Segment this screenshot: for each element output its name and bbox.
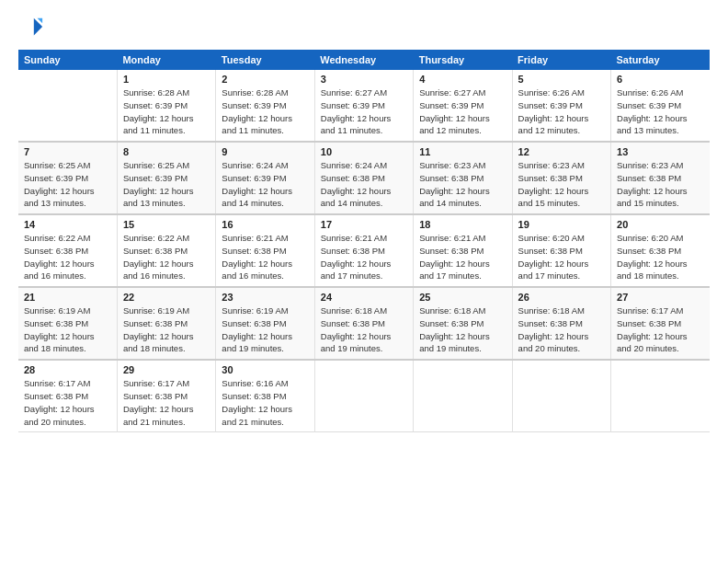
day-detail: Sunrise: 6:27 AMSunset: 6:39 PMDaylight:… bbox=[321, 86, 407, 137]
calendar-cell: 20Sunrise: 6:20 AMSunset: 6:38 PMDayligh… bbox=[611, 214, 710, 287]
col-header-monday: Monday bbox=[117, 50, 215, 70]
calendar-cell: 25Sunrise: 6:18 AMSunset: 6:38 PMDayligh… bbox=[414, 287, 512, 360]
day-detail: Sunrise: 6:27 AMSunset: 6:39 PMDaylight:… bbox=[419, 86, 506, 137]
calendar-cell: 22Sunrise: 6:19 AMSunset: 6:38 PMDayligh… bbox=[117, 287, 215, 360]
calendar-cell bbox=[314, 360, 413, 432]
day-number: 5 bbox=[518, 74, 605, 85]
week-row-2: 7Sunrise: 6:25 AMSunset: 6:39 PMDaylight… bbox=[18, 142, 710, 214]
day-detail: Sunrise: 6:23 AMSunset: 6:38 PMDaylight:… bbox=[617, 159, 704, 210]
day-number: 11 bbox=[419, 146, 506, 157]
day-number: 15 bbox=[123, 219, 210, 230]
calendar-cell: 5Sunrise: 6:26 AMSunset: 6:39 PMDaylight… bbox=[512, 70, 610, 142]
calendar-cell: 27Sunrise: 6:17 AMSunset: 6:38 PMDayligh… bbox=[611, 287, 710, 360]
day-number: 28 bbox=[24, 364, 111, 375]
day-number: 8 bbox=[123, 146, 210, 157]
header bbox=[18, 15, 710, 40]
day-detail: Sunrise: 6:16 AMSunset: 6:38 PMDaylight:… bbox=[222, 377, 308, 428]
day-number: 30 bbox=[222, 364, 308, 375]
day-number: 20 bbox=[617, 219, 704, 230]
week-row-5: 28Sunrise: 6:17 AMSunset: 6:38 PMDayligh… bbox=[18, 360, 710, 432]
day-number: 25 bbox=[419, 292, 506, 303]
calendar-cell: 9Sunrise: 6:24 AMSunset: 6:39 PMDaylight… bbox=[216, 142, 314, 214]
calendar-table: SundayMondayTuesdayWednesdayThursdayFrid… bbox=[18, 50, 710, 432]
day-number: 14 bbox=[24, 219, 111, 230]
col-header-sunday: Sunday bbox=[18, 50, 117, 70]
day-detail: Sunrise: 6:17 AMSunset: 6:38 PMDaylight:… bbox=[123, 377, 210, 428]
day-detail: Sunrise: 6:26 AMSunset: 6:39 PMDaylight:… bbox=[617, 86, 704, 137]
week-row-1: 1Sunrise: 6:28 AMSunset: 6:39 PMDaylight… bbox=[18, 70, 710, 142]
calendar-cell: 4Sunrise: 6:27 AMSunset: 6:39 PMDaylight… bbox=[414, 70, 512, 142]
calendar-cell bbox=[512, 360, 610, 432]
day-number: 1 bbox=[123, 74, 210, 85]
day-number: 17 bbox=[321, 219, 407, 230]
calendar-cell: 29Sunrise: 6:17 AMSunset: 6:38 PMDayligh… bbox=[117, 360, 215, 432]
day-number: 10 bbox=[321, 146, 407, 157]
day-number: 18 bbox=[419, 219, 506, 230]
day-number: 2 bbox=[222, 74, 308, 85]
calendar-cell: 28Sunrise: 6:17 AMSunset: 6:38 PMDayligh… bbox=[18, 360, 117, 432]
day-number: 27 bbox=[617, 292, 704, 303]
day-detail: Sunrise: 6:19 AMSunset: 6:38 PMDaylight:… bbox=[24, 304, 111, 355]
day-number: 23 bbox=[222, 292, 308, 303]
calendar-cell: 12Sunrise: 6:23 AMSunset: 6:38 PMDayligh… bbox=[512, 142, 610, 214]
day-number: 13 bbox=[617, 146, 704, 157]
day-detail: Sunrise: 6:22 AMSunset: 6:38 PMDaylight:… bbox=[123, 232, 210, 282]
header-row: SundayMondayTuesdayWednesdayThursdayFrid… bbox=[18, 50, 710, 70]
col-header-friday: Friday bbox=[512, 50, 610, 70]
day-detail: Sunrise: 6:22 AMSunset: 6:38 PMDaylight:… bbox=[24, 232, 111, 282]
day-detail: Sunrise: 6:18 AMSunset: 6:38 PMDaylight:… bbox=[518, 304, 605, 355]
calendar-cell: 6Sunrise: 6:26 AMSunset: 6:39 PMDaylight… bbox=[611, 70, 710, 142]
day-detail: Sunrise: 6:23 AMSunset: 6:38 PMDaylight:… bbox=[419, 159, 506, 210]
day-detail: Sunrise: 6:25 AMSunset: 6:39 PMDaylight:… bbox=[24, 159, 111, 210]
calendar-cell: 16Sunrise: 6:21 AMSunset: 6:38 PMDayligh… bbox=[216, 214, 314, 287]
day-detail: Sunrise: 6:21 AMSunset: 6:38 PMDaylight:… bbox=[321, 232, 407, 282]
calendar-cell: 1Sunrise: 6:28 AMSunset: 6:39 PMDaylight… bbox=[117, 70, 215, 142]
calendar-cell: 18Sunrise: 6:21 AMSunset: 6:38 PMDayligh… bbox=[414, 214, 512, 287]
calendar-cell: 21Sunrise: 6:19 AMSunset: 6:38 PMDayligh… bbox=[18, 287, 117, 360]
calendar-cell: 8Sunrise: 6:25 AMSunset: 6:39 PMDaylight… bbox=[117, 142, 215, 214]
day-detail: Sunrise: 6:23 AMSunset: 6:38 PMDaylight:… bbox=[518, 159, 605, 210]
col-header-tuesday: Tuesday bbox=[216, 50, 314, 70]
day-number: 24 bbox=[321, 292, 407, 303]
day-detail: Sunrise: 6:17 AMSunset: 6:38 PMDaylight:… bbox=[617, 304, 704, 355]
day-detail: Sunrise: 6:24 AMSunset: 6:38 PMDaylight:… bbox=[321, 159, 407, 210]
calendar-cell: 17Sunrise: 6:21 AMSunset: 6:38 PMDayligh… bbox=[314, 214, 413, 287]
calendar-cell: 26Sunrise: 6:18 AMSunset: 6:38 PMDayligh… bbox=[512, 287, 610, 360]
day-number: 29 bbox=[123, 364, 210, 375]
logo bbox=[18, 15, 48, 40]
week-row-4: 21Sunrise: 6:19 AMSunset: 6:38 PMDayligh… bbox=[18, 287, 710, 360]
day-number: 7 bbox=[24, 146, 111, 157]
calendar-cell: 23Sunrise: 6:19 AMSunset: 6:38 PMDayligh… bbox=[216, 287, 314, 360]
day-detail: Sunrise: 6:20 AMSunset: 6:38 PMDaylight:… bbox=[617, 232, 704, 282]
calendar-cell: 24Sunrise: 6:18 AMSunset: 6:38 PMDayligh… bbox=[314, 287, 413, 360]
page: SundayMondayTuesdayWednesdayThursdayFrid… bbox=[0, 0, 728, 563]
day-number: 19 bbox=[518, 219, 605, 230]
day-detail: Sunrise: 6:19 AMSunset: 6:38 PMDaylight:… bbox=[222, 304, 308, 355]
col-header-saturday: Saturday bbox=[611, 50, 710, 70]
week-row-3: 14Sunrise: 6:22 AMSunset: 6:38 PMDayligh… bbox=[18, 214, 710, 287]
day-detail: Sunrise: 6:28 AMSunset: 6:39 PMDaylight:… bbox=[222, 86, 308, 137]
calendar-cell bbox=[18, 70, 117, 142]
day-number: 16 bbox=[222, 219, 308, 230]
day-detail: Sunrise: 6:25 AMSunset: 6:39 PMDaylight:… bbox=[123, 159, 210, 210]
day-number: 12 bbox=[518, 146, 605, 157]
day-detail: Sunrise: 6:18 AMSunset: 6:38 PMDaylight:… bbox=[321, 304, 407, 355]
calendar-cell: 13Sunrise: 6:23 AMSunset: 6:38 PMDayligh… bbox=[611, 142, 710, 214]
day-number: 9 bbox=[222, 146, 308, 157]
day-number: 26 bbox=[518, 292, 605, 303]
day-detail: Sunrise: 6:18 AMSunset: 6:38 PMDaylight:… bbox=[419, 304, 506, 355]
calendar-cell: 14Sunrise: 6:22 AMSunset: 6:38 PMDayligh… bbox=[18, 214, 117, 287]
day-number: 6 bbox=[617, 74, 704, 85]
day-detail: Sunrise: 6:21 AMSunset: 6:38 PMDaylight:… bbox=[222, 232, 308, 282]
day-detail: Sunrise: 6:21 AMSunset: 6:38 PMDaylight:… bbox=[419, 232, 506, 282]
day-detail: Sunrise: 6:24 AMSunset: 6:39 PMDaylight:… bbox=[222, 159, 308, 210]
calendar-cell: 11Sunrise: 6:23 AMSunset: 6:38 PMDayligh… bbox=[414, 142, 512, 214]
calendar-cell: 30Sunrise: 6:16 AMSunset: 6:38 PMDayligh… bbox=[216, 360, 314, 432]
day-number: 21 bbox=[24, 292, 111, 303]
calendar-cell: 15Sunrise: 6:22 AMSunset: 6:38 PMDayligh… bbox=[117, 214, 215, 287]
calendar-cell: 10Sunrise: 6:24 AMSunset: 6:38 PMDayligh… bbox=[314, 142, 413, 214]
col-header-wednesday: Wednesday bbox=[314, 50, 413, 70]
day-number: 4 bbox=[419, 74, 506, 85]
day-detail: Sunrise: 6:20 AMSunset: 6:38 PMDaylight:… bbox=[518, 232, 605, 282]
calendar-cell: 7Sunrise: 6:25 AMSunset: 6:39 PMDaylight… bbox=[18, 142, 117, 214]
